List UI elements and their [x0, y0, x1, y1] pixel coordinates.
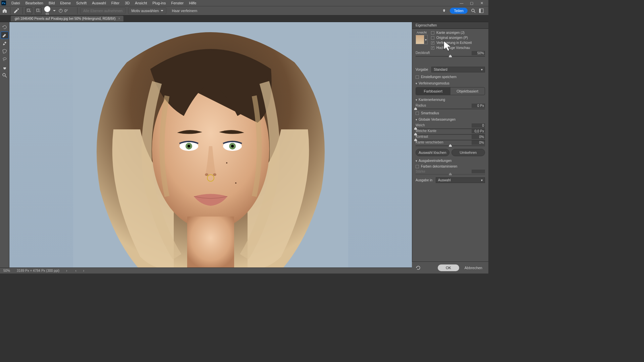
close-icon[interactable]: ✕ — [480, 1, 484, 5]
menu-schrift[interactable]: Schrift — [73, 0, 89, 6]
decontaminate-checkbox[interactable] — [416, 165, 419, 168]
refine-hair-button[interactable]: Haar verfeinern — [169, 8, 200, 14]
smooth-value[interactable]: 0 — [472, 123, 485, 128]
menu-filter[interactable]: Filter — [109, 0, 122, 6]
angle-control[interactable] — [58, 8, 74, 13]
properties-tab[interactable]: Eigenschaften — [412, 22, 488, 29]
status-chevron-right-icon[interactable]: › — [66, 269, 67, 273]
sample-all-layers-button: Alle Ebenen aufnehmen — [80, 7, 125, 14]
svg-point-12 — [3, 73, 5, 76]
output-to-label: Ausgabe in — [416, 178, 432, 182]
view-thumbnail[interactable] — [416, 35, 424, 44]
reset-icon[interactable] — [415, 265, 421, 271]
select-subject-label: Motiv auswählen — [131, 9, 159, 13]
ok-button[interactable]: OK — [438, 264, 459, 271]
tab-close-icon[interactable]: × — [118, 17, 120, 20]
document-tab[interactable]: girl-1846490 Pexels auf Pixabay.jpg bei … — [11, 16, 123, 21]
strength-slider — [416, 174, 485, 175]
feather-value[interactable]: 0,0 Px — [472, 129, 485, 133]
brush-tool-icon[interactable] — [1, 40, 9, 47]
app-logo: Ps — [1, 1, 6, 5]
add-to-selection-icon[interactable]: + — [25, 7, 32, 14]
show-edge-label: Kante anzeigen (J) — [436, 31, 465, 35]
refine-mode-section[interactable]: ▾Verfeinerungsmodus — [416, 81, 485, 85]
contrast-value[interactable]: 0% — [472, 135, 485, 139]
chevron-down-icon — [161, 9, 163, 12]
show-edge-checkbox[interactable] — [431, 31, 434, 35]
hq-preview-checkbox[interactable] — [431, 46, 434, 50]
document-tab-bar: girl-1846490 Pexels auf Pixabay.jpg bei … — [0, 15, 488, 22]
lasso-tool-icon[interactable] — [1, 56, 9, 63]
contrast-slider[interactable] — [416, 140, 485, 140]
menu-ebene[interactable]: Ebene — [57, 0, 73, 6]
svg-point-7 — [472, 9, 474, 12]
color-based-button[interactable]: Farbbasiert — [416, 87, 450, 95]
feather-slider[interactable] — [416, 134, 485, 135]
preset-select[interactable]: Standard▾ — [431, 67, 485, 72]
cloud-docs-icon[interactable] — [442, 8, 446, 13]
object-based-button[interactable]: Objektbasiert — [450, 87, 485, 95]
quick-select-brush-icon[interactable] — [1, 32, 9, 39]
menu-bild[interactable]: Bild — [46, 0, 57, 6]
global-section[interactable]: ▾Globale Verbesserungen — [416, 118, 485, 121]
svg-point-0 — [17, 8, 19, 10]
menu-datei[interactable]: Datei — [9, 0, 23, 6]
main-area: Eigenschaften Ansicht ▾ Kante anzeigen (… — [0, 22, 488, 267]
canvas-area[interactable] — [9, 22, 412, 267]
radius-slider[interactable] — [416, 109, 485, 109]
angle-input[interactable] — [64, 9, 74, 13]
rotate-view-tool-icon[interactable] — [1, 23, 9, 31]
menu-hilfe[interactable]: Hilfe — [186, 0, 199, 6]
select-subject-button[interactable]: Motiv auswählen — [128, 7, 166, 14]
status-nav-left-icon[interactable]: ‹ — [75, 269, 76, 273]
home-icon[interactable] — [2, 8, 7, 13]
radius-value[interactable]: 0 Px — [472, 104, 485, 108]
zoom-level[interactable]: 50% — [3, 269, 10, 273]
opacity-value[interactable]: 50% — [472, 51, 485, 55]
opacity-slider[interactable] — [416, 56, 485, 57]
view-dropdown-icon[interactable]: ▾ — [424, 35, 428, 44]
workspace-icon[interactable] — [479, 8, 484, 13]
document-tab-title: girl-1846490 Pexels auf Pixabay.jpg bei … — [15, 17, 116, 20]
output-to-select[interactable]: Auswahl▾ — [436, 177, 485, 183]
search-icon[interactable] — [471, 8, 476, 13]
invert-button[interactable]: Umkehren — [451, 149, 485, 156]
quick-select-icon[interactable] — [13, 7, 20, 14]
hand-tool-icon[interactable] — [1, 64, 9, 71]
share-button[interactable]: Teilen — [450, 8, 468, 14]
radius-label: Radius — [416, 104, 426, 108]
refine-mode-label: Verfeinerungsmodus — [419, 81, 449, 85]
show-original-checkbox[interactable] — [431, 36, 434, 40]
shift-edge-slider[interactable] — [416, 145, 485, 146]
svg-point-11 — [3, 58, 6, 60]
subtract-selection-icon[interactable]: − — [35, 7, 42, 14]
realtime-checkbox[interactable] — [431, 41, 434, 45]
shift-edge-label: Kante verschieben — [416, 140, 443, 145]
menu-bearbeiten[interactable]: Bearbeiten — [23, 0, 46, 6]
shift-edge-value[interactable]: 0% — [472, 140, 485, 145]
document-canvas[interactable] — [9, 22, 412, 267]
polygon-lasso-icon[interactable] — [1, 48, 9, 55]
clear-selection-button[interactable]: Auswahl löschen — [416, 149, 449, 156]
menu-plugins[interactable]: Plug-ins — [150, 0, 168, 6]
menu-3d[interactable]: 3D — [122, 0, 132, 6]
edge-detect-section[interactable]: ▾Kantenerkennung — [416, 98, 485, 102]
menu-ansicht[interactable]: Ansicht — [132, 0, 150, 6]
preset-value: Standard — [434, 68, 447, 71]
minimize-icon[interactable]: — — [460, 1, 464, 5]
brush-size-control[interactable]: 65 — [44, 6, 50, 15]
chevron-down-icon: ▾ — [416, 82, 417, 85]
menu-auswahl[interactable]: Auswahl — [89, 0, 109, 6]
output-section[interactable]: ▾Ausgabeeinstellungen — [416, 159, 485, 163]
cancel-button[interactable]: Abbrechen — [462, 264, 485, 271]
save-settings-checkbox[interactable] — [416, 75, 419, 79]
menu-fenster[interactable]: Fenster — [168, 0, 186, 6]
status-nav-right-icon[interactable]: › — [83, 269, 84, 273]
brush-dropdown-icon[interactable] — [53, 9, 56, 12]
properties-panel: Eigenschaften Ansicht ▾ Kante anzeigen (… — [412, 22, 488, 267]
maximize-icon[interactable]: ▢ — [470, 1, 474, 5]
smooth-slider[interactable] — [416, 128, 485, 129]
preset-label: Vorgabe — [416, 68, 428, 71]
smart-radius-checkbox[interactable] — [416, 112, 419, 115]
zoom-tool-icon[interactable] — [1, 72, 9, 79]
